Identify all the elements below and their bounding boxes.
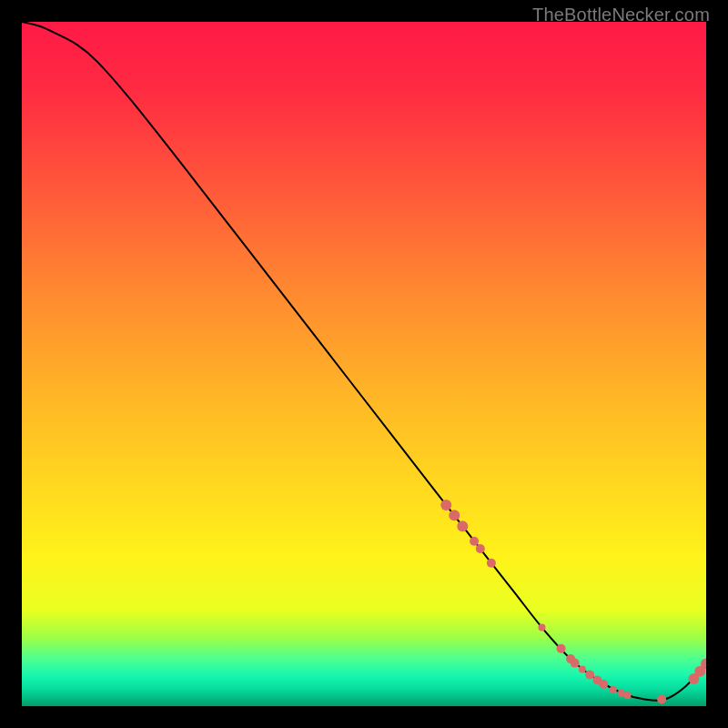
chart-stage: TheBottleNecker.com <box>0 0 728 728</box>
highlight-point <box>487 559 496 568</box>
highlight-point <box>457 521 468 531</box>
highlight-point <box>539 624 546 632</box>
highlight-point <box>657 694 666 703</box>
gradient-background <box>22 22 706 706</box>
attribution-label: TheBottleNecker.com <box>532 5 710 25</box>
highlight-point <box>585 670 594 679</box>
highlight-point <box>618 690 625 697</box>
highlight-point <box>440 500 451 511</box>
highlight-point <box>476 544 485 553</box>
plot-area <box>22 22 706 706</box>
highlight-point <box>571 659 580 668</box>
highlight-point <box>599 680 608 689</box>
highlight-point <box>610 686 617 693</box>
highlight-point <box>449 510 460 521</box>
highlight-point <box>470 537 479 546</box>
highlight-point <box>557 644 566 653</box>
highlight-point <box>624 692 632 699</box>
highlight-point <box>579 665 586 672</box>
chart-svg <box>22 22 706 706</box>
